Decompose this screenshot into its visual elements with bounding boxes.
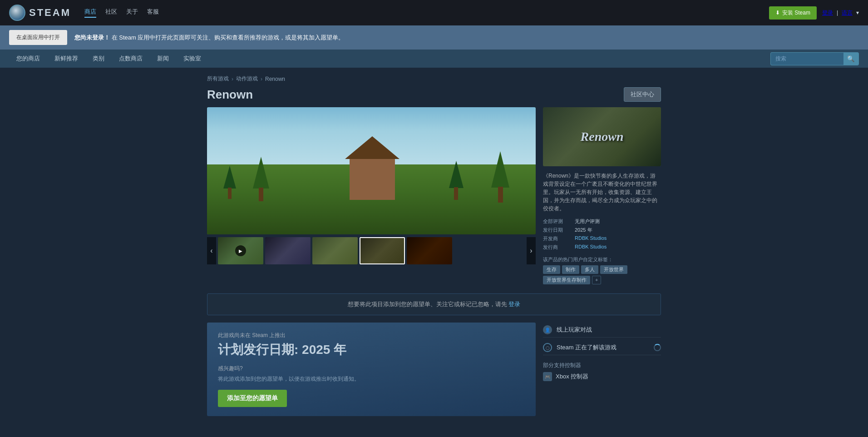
online-pvp-icon: 👤 [543, 325, 552, 334]
nav-about[interactable]: 关于 [126, 8, 138, 18]
main-house [345, 136, 399, 200]
search-button[interactable]: 🔍 [843, 53, 858, 65]
language-link[interactable]: 语言 [842, 9, 853, 17]
thumb-next-button[interactable]: › [527, 237, 536, 264]
tree-1 [223, 166, 236, 199]
feature-online-pvp: 👤 线上玩家对战 [543, 323, 661, 338]
wishlist-login-link[interactable]: 登录 [508, 301, 520, 308]
page-header: Renown 社区中心 [207, 87, 661, 102]
game-section: ‹ ▶ › Renown 《Renown》是一款快节奏 [207, 107, 661, 284]
download-icon: ⬇ [775, 10, 780, 16]
tags-list: 生存 制作 多人 开放世界 开放世界生存制作 + [543, 265, 661, 284]
xbox-controller-label: Xbox 控制器 [556, 372, 588, 381]
top-bar-links: 登录 | 语言 ▾ [822, 9, 859, 17]
top-nav: 商店 社区 关于 客服 [84, 8, 159, 18]
steam-logo-icon [9, 5, 25, 21]
chevron-down-icon: ▾ [856, 10, 859, 16]
release-section: 此游戏尚未在 Steam 上推出 计划发行日期: 2025 年 感兴趣吗? 将此… [207, 323, 661, 416]
meta-publisher-label: 发行商 [543, 244, 570, 251]
tag-multiplayer[interactable]: 多人 [581, 265, 598, 274]
game-meta: 全部评测 无用户评测 发行日期 2025 年 开发商 RDBK Studios … [543, 218, 661, 251]
tree-2 [253, 157, 269, 201]
xbox-controller-icon: 🎮 [543, 372, 552, 381]
top-bar: STEAM 商店 社区 关于 客服 ⬇ 安装 Steam 登录 | 语言 ▾ [0, 0, 868, 25]
nav-featured[interactable]: 新鲜推荐 [47, 50, 85, 68]
release-features: 👤 线上玩家对战 ◌ Steam 正在了解该游戏 部分支持控制器 🎮 Xbox … [543, 323, 661, 416]
thumbnail-2[interactable] [265, 237, 311, 264]
nav-categories[interactable]: 类别 [85, 50, 112, 68]
nav-news[interactable]: 新闻 [150, 50, 176, 68]
game-cover: Renown [543, 107, 661, 166]
search-box: 🔍 [770, 52, 859, 65]
controllers-label: 部分支持控制器 [543, 362, 661, 369]
tree-3 [449, 161, 464, 200]
thumbnail-3[interactable] [312, 237, 358, 264]
release-box: 此游戏尚未在 Steam 上推出 计划发行日期: 2025 年 感兴趣吗? 将此… [207, 323, 536, 416]
tag-survival[interactable]: 生存 [543, 265, 560, 274]
meta-developer: 开发商 RDBK Studios [543, 235, 661, 242]
secondary-nav-items: 您的商店 新鲜推荐 类别 点数商店 新闻 实验室 [9, 50, 770, 68]
breadcrumb-current: Renown [265, 76, 285, 82]
tag-more-button[interactable]: + [592, 276, 601, 284]
thumbnail-1[interactable]: ▶ [218, 237, 263, 264]
meta-publisher: 发行商 RDBK Studios [543, 244, 661, 251]
game-description: 《Renown》是一款快节奏的多人生存游戏，游戏背景设定在一个广袤且不断变化的中… [543, 172, 661, 213]
thumb-prev-button[interactable]: ‹ [207, 237, 216, 264]
meta-release-value: 2025 年 [575, 227, 592, 233]
top-bar-right: ⬇ 安装 Steam 登录 | 语言 ▾ [769, 6, 859, 20]
search-icon: 🔍 [847, 55, 855, 62]
open-in-app-button[interactable]: 在桌面应用中打开 [9, 30, 67, 45]
top-bar-left: STEAM 商店 社区 关于 客服 [9, 5, 159, 21]
thumbnail-strip: ‹ ▶ › [207, 237, 536, 264]
meta-release-label: 发行日期 [543, 227, 570, 233]
secondary-nav: 您的商店 新鲜推荐 类别 点数商店 新闻 实验室 🔍 [0, 50, 868, 68]
steam-logo: STEAM [9, 5, 71, 21]
tree-4 [491, 151, 509, 203]
feature-online-pvp-label: 线上玩家对战 [557, 326, 661, 334]
nav-support[interactable]: 客服 [147, 8, 159, 18]
nav-points[interactable]: 点数商店 [112, 50, 150, 68]
game-info-panel: Renown 《Renown》是一款快节奏的多人生存游戏，游戏背景设定在一个广袤… [543, 107, 661, 284]
tag-open-world-survival[interactable]: 开放世界生存制作 [543, 276, 590, 284]
tags-label: 该产品的热门用户自定义标签： [543, 256, 661, 263]
meta-release: 发行日期 2025 年 [543, 227, 661, 233]
release-ask-label: 感兴趣吗? [218, 365, 525, 372]
main-screenshot[interactable] [207, 107, 536, 234]
breadcrumb-all-games[interactable]: 所有游戏 [207, 75, 229, 83]
release-title: 计划发行日期: 2025 年 [218, 341, 525, 358]
wishlist-section: 想要将此项目添加到您的愿望单、关注它或标记已忽略，请先 登录 [207, 293, 661, 315]
meta-publisher-value[interactable]: RDBK Studios [575, 244, 607, 251]
notification-bar: 在桌面应用中打开 您尚未登录！ 在 Steam 应用中打开此页面即可关注、购买和… [0, 25, 868, 50]
nav-your-store[interactable]: 您的商店 [9, 50, 47, 68]
add-to-wishlist-button[interactable]: 添加至您的愿望单 [218, 390, 287, 407]
xbox-controller-row: 🎮 Xbox 控制器 [543, 372, 661, 381]
play-icon: ▶ [235, 245, 246, 256]
meta-developer-value[interactable]: RDBK Studios [575, 235, 607, 242]
nav-community[interactable]: 社区 [105, 8, 117, 18]
thumbnail-5[interactable] [407, 237, 452, 264]
thumbs-container: ▶ [218, 237, 525, 264]
install-steam-button[interactable]: ⬇ 安装 Steam [769, 6, 817, 20]
loading-icon [654, 344, 661, 351]
login-link[interactable]: 登录 [822, 9, 833, 17]
page-title: Renown [207, 88, 253, 102]
nav-labs[interactable]: 实验室 [176, 50, 208, 68]
feature-steam-learn-label: Steam 正在了解该游戏 [557, 343, 649, 352]
thumbnail-4[interactable] [360, 237, 405, 264]
meta-reviews-value: 无用户评测 [575, 218, 600, 225]
feature-steam-learn: ◌ Steam 正在了解该游戏 [543, 340, 661, 355]
breadcrumb: 所有游戏 › 动作游戏 › Renown [207, 75, 661, 83]
tag-craft[interactable]: 制作 [562, 265, 579, 274]
tag-open-world[interactable]: 开放世界 [600, 265, 627, 274]
controllers-section: 部分支持控制器 🎮 Xbox 控制器 [543, 362, 661, 381]
steam-learn-icon: ◌ [543, 343, 552, 352]
game-cover-title: Renown [581, 129, 624, 144]
main-content: 所有游戏 › 动作游戏 › Renown Renown 社区中心 [207, 68, 661, 432]
search-input[interactable] [771, 53, 843, 64]
community-hub-button[interactable]: 社区中心 [624, 87, 661, 102]
tags-section: 该产品的热门用户自定义标签： 生存 制作 多人 开放世界 开放世界生存制作 + [543, 256, 661, 284]
nav-store[interactable]: 商店 [84, 8, 96, 18]
game-media: ‹ ▶ › [207, 107, 536, 284]
breadcrumb-action[interactable]: 动作游戏 [236, 75, 258, 83]
meta-reviews-label: 全部评测 [543, 218, 570, 225]
